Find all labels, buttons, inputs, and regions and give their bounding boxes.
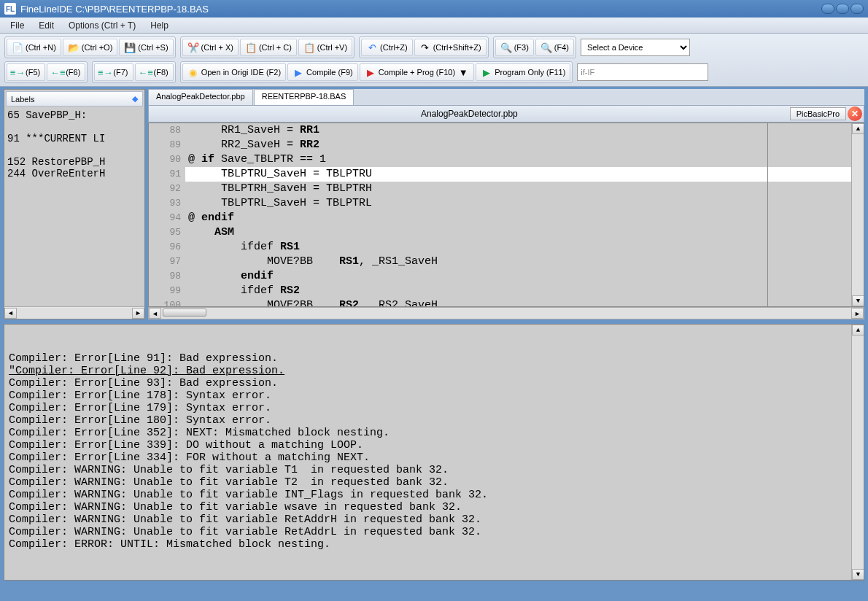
editor-vscroll[interactable]: ▲ ▼ <box>851 123 864 306</box>
f6-button[interactable]: ←≡(F6) <box>47 63 85 81</box>
origi-icon: ◉ <box>187 66 199 78</box>
open-icon: 📂 <box>68 42 80 53</box>
window-title: FineLineIDE C:\PBP\REENTERPBP-18.BAS <box>20 4 821 15</box>
if-input[interactable] <box>577 63 708 81</box>
comment-icon: ≡→ <box>99 66 111 78</box>
scroll-down-icon[interactable]: ▼ <box>852 569 864 580</box>
dropdown-diamond-icon: ◆ <box>132 94 138 104</box>
toolbar-row-2: ≡→(F5) ←≡(F6) ≡→(F7) ←≡(F8) ◉Open in Ori… <box>4 61 864 83</box>
copy-icon: 📋 <box>245 42 257 53</box>
close-icon: ✕ <box>851 109 859 119</box>
dropdown-icon[interactable]: ▼ <box>457 66 469 78</box>
open-button[interactable]: 📂(Ctrl +O) <box>63 39 117 56</box>
cut-button[interactable]: ✂️(Ctrl + X) <box>182 39 239 56</box>
scroll-up-icon[interactable]: ▲ <box>852 123 864 134</box>
compile-icon: ▶ <box>292 66 304 78</box>
scroll-right-icon[interactable]: ► <box>851 308 864 319</box>
menu-edit[interactable]: Edit <box>31 19 61 32</box>
scroll-left-icon[interactable]: ◄ <box>149 308 161 319</box>
scroll-left-icon[interactable]: ◄ <box>4 308 17 319</box>
compile-button[interactable]: ▶Compile (F9) <box>287 63 358 81</box>
outdent-icon: ←≡ <box>52 66 63 78</box>
uncomment-icon: ←≡ <box>140 66 152 78</box>
paste-icon: 📋 <box>303 42 315 53</box>
replace-button[interactable]: 🔍(F4) <box>535 39 574 56</box>
editor-hscroll[interactable]: ◄ ► <box>148 307 864 319</box>
compile-prog-button[interactable]: ▶Compile + Prog (F10)▼ <box>360 63 474 81</box>
labels-dropdown[interactable]: Labels ◆ <box>6 91 143 106</box>
maximize-button[interactable] <box>836 4 849 14</box>
code-content[interactable]: RR1_SaveH = RR1 RR2_SaveH = RR2@ if Save… <box>185 123 851 306</box>
toolbar-area: 📄(Ctrl +N) 📂(Ctrl +O) 💾(Ctrl +S) ✂️(Ctrl… <box>0 34 868 87</box>
document-header: AnalogPeakDetector.pbp PicBasicPro ✕ <box>148 105 864 123</box>
program-only-button[interactable]: ▶Program Only (F11) <box>476 63 570 81</box>
main-area: Labels ◆ 65 SavePBP_H: 91 ***CURRENT LI … <box>0 87 868 322</box>
compile-prog-icon: ▶ <box>365 66 376 78</box>
undo-button[interactable]: ↶(Ctrl+Z) <box>361 39 413 56</box>
f5-button[interactable]: ≡→(F5) <box>7 63 45 81</box>
f8-button[interactable]: ←≡(F8) <box>135 63 174 81</box>
menu-bar: File Edit Options (Ctrl + T) Help <box>0 18 868 34</box>
output-vscroll[interactable]: ▲ ▼ <box>851 325 864 580</box>
app-logo: FL <box>4 3 16 15</box>
toolbar-row-1: 📄(Ctrl +N) 📂(Ctrl +O) 💾(Ctrl +S) ✂️(Ctrl… <box>4 36 864 58</box>
close-doc-button[interactable]: ✕ <box>848 106 862 121</box>
menu-file[interactable]: File <box>3 19 31 32</box>
save-icon: 💾 <box>124 42 136 53</box>
tab-strip: AnalogPeakDetector.pbp REENTERPBP-18.BAS <box>148 89 864 105</box>
open-origi-button[interactable]: ◉Open in Origi IDE (F2) <box>182 63 286 81</box>
paste-button[interactable]: 📋(Ctrl +V) <box>298 39 352 56</box>
line-gutter: 888990919293949596979899100 <box>149 123 185 306</box>
minimize-button[interactable] <box>821 4 834 14</box>
f7-button[interactable]: ≡→(F7) <box>94 63 133 81</box>
document-title: AnalogPeakDetector.pbp <box>149 109 790 119</box>
redo-icon: ↷ <box>419 42 431 53</box>
new-icon: 📄 <box>12 42 23 53</box>
indent-icon: ≡→ <box>12 66 23 78</box>
cut-icon: ✂️ <box>187 42 199 53</box>
menu-help[interactable]: Help <box>143 19 176 32</box>
language-badge[interactable]: PicBasicPro <box>790 107 846 120</box>
title-bar: FL FineLineIDE C:\PBP\REENTERPBP-18.BAS <box>0 0 868 18</box>
redo-button[interactable]: ↷(Ctrl+Shift+Z) <box>414 39 487 56</box>
labels-sidebar: Labels ◆ 65 SavePBP_H: 91 ***CURRENT LI … <box>4 89 145 319</box>
scroll-down-icon[interactable]: ▼ <box>852 295 864 306</box>
scroll-up-icon[interactable]: ▲ <box>852 325 864 336</box>
editor-panel: AnalogPeakDetector.pbp REENTERPBP-18.BAS… <box>148 89 864 319</box>
close-window-button[interactable] <box>850 4 864 14</box>
window-controls <box>821 4 864 14</box>
tab-reenter[interactable]: REENTERPBP-18.BAS <box>254 89 354 105</box>
sidebar-hscroll[interactable]: ◄ ► <box>4 306 144 319</box>
device-select[interactable]: Select a Device <box>581 39 690 56</box>
find-button[interactable]: 🔍(F3) <box>495 39 534 56</box>
new-button[interactable]: 📄(Ctrl +N) <box>7 39 61 56</box>
scroll-right-icon[interactable]: ► <box>132 308 144 319</box>
menu-options[interactable]: Options (Ctrl + T) <box>61 19 143 32</box>
compiler-output[interactable]: Compiler: Error[Line 91]: Bad expression… <box>4 324 864 581</box>
find-icon: 🔍 <box>500 42 512 53</box>
save-button[interactable]: 💾(Ctrl +S) <box>119 39 173 56</box>
copy-button[interactable]: 📋(Ctrl + C) <box>240 39 297 56</box>
labels-list[interactable]: 65 SavePBP_H: 91 ***CURRENT LI 152 Resto… <box>4 108 144 306</box>
margin-line <box>767 123 768 306</box>
replace-icon: 🔍 <box>540 42 552 53</box>
scroll-track[interactable] <box>17 308 132 319</box>
code-editor[interactable]: 888990919293949596979899100 RR1_SaveH = … <box>148 123 864 307</box>
undo-icon: ↶ <box>366 42 378 53</box>
program-icon: ▶ <box>481 66 492 78</box>
tab-analog[interactable]: AnalogPeakDetector.pbp <box>148 89 253 105</box>
